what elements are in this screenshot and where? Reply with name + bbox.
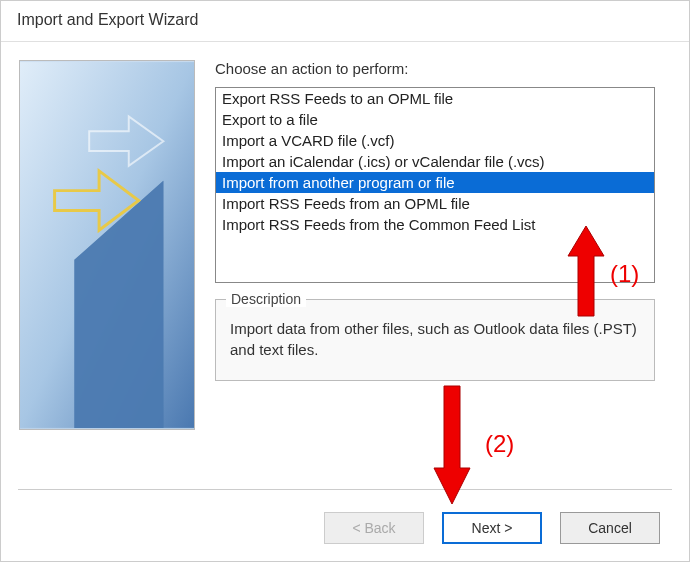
cancel-button[interactable]: Cancel bbox=[560, 512, 660, 544]
main-panel: Choose an action to perform: Export RSS … bbox=[215, 60, 677, 430]
list-item[interactable]: Export RSS Feeds to an OPML file bbox=[216, 88, 654, 109]
description-group: Description Import data from other files… bbox=[215, 299, 655, 381]
footer-divider bbox=[18, 489, 672, 490]
description-text: Import data from other files, such as Ou… bbox=[230, 318, 640, 360]
list-item-selected[interactable]: Import from another program or file bbox=[216, 172, 654, 193]
description-legend: Description bbox=[226, 291, 306, 307]
next-button[interactable]: Next > bbox=[442, 512, 542, 544]
list-item[interactable]: Import RSS Feeds from an OPML file bbox=[216, 193, 654, 214]
window-title: Import and Export Wizard bbox=[1, 1, 689, 42]
list-item[interactable]: Import RSS Feeds from the Common Feed Li… bbox=[216, 214, 654, 235]
wizard-illustration bbox=[19, 60, 195, 430]
list-item[interactable]: Import an iCalendar (.ics) or vCalendar … bbox=[216, 151, 654, 172]
action-listbox[interactable]: Export RSS Feeds to an OPML file Export … bbox=[215, 87, 655, 283]
button-bar: < Back Next > Cancel bbox=[324, 512, 660, 544]
wizard-window: Import and Export Wizard bbox=[0, 0, 690, 562]
annotation-label-1: (1) bbox=[610, 260, 639, 288]
list-item[interactable]: Import a VCARD file (.vcf) bbox=[216, 130, 654, 151]
list-item[interactable]: Export to a file bbox=[216, 109, 654, 130]
annotation-label-2: (2) bbox=[485, 430, 514, 458]
action-prompt: Choose an action to perform: bbox=[215, 60, 677, 77]
content-area: Choose an action to perform: Export RSS … bbox=[1, 42, 689, 440]
back-button: < Back bbox=[324, 512, 424, 544]
